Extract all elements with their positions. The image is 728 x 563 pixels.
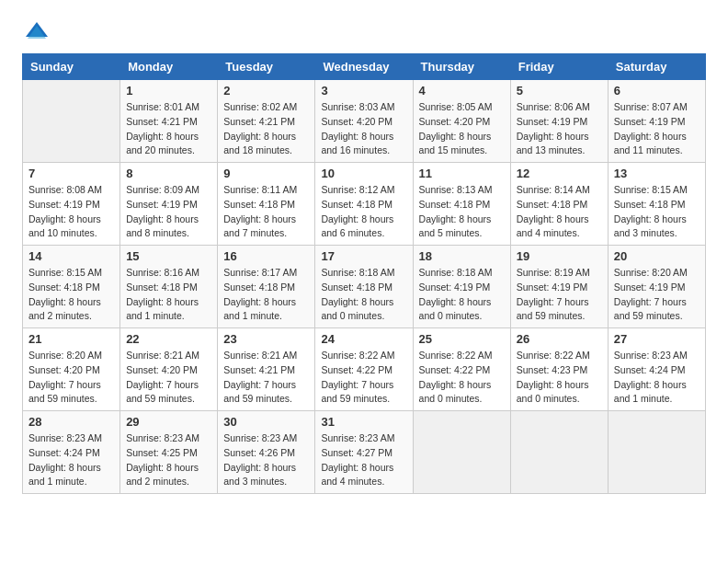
day-cell: 5Sunrise: 8:06 AMSunset: 4:19 PMDaylight… xyxy=(510,80,608,163)
day-cell: 23Sunrise: 8:21 AMSunset: 4:21 PMDayligh… xyxy=(218,328,315,411)
day-number: 6 xyxy=(614,84,700,98)
day-info: Sunrise: 8:09 AMSunset: 4:19 PMDaylight:… xyxy=(126,183,211,241)
day-number: 31 xyxy=(321,415,406,429)
col-header-friday: Friday xyxy=(510,54,608,80)
day-number: 29 xyxy=(126,415,211,429)
week-row-1: 1Sunrise: 8:01 AMSunset: 4:21 PMDaylight… xyxy=(23,80,706,163)
day-cell: 2Sunrise: 8:02 AMSunset: 4:21 PMDaylight… xyxy=(218,80,315,163)
day-info: Sunrise: 8:20 AMSunset: 4:20 PMDaylight:… xyxy=(28,349,114,407)
day-info: Sunrise: 8:12 AMSunset: 4:18 PMDaylight:… xyxy=(321,183,406,241)
day-number: 15 xyxy=(126,249,211,263)
day-info: Sunrise: 8:23 AMSunset: 4:25 PMDaylight:… xyxy=(126,431,211,489)
day-number: 1 xyxy=(126,84,211,98)
day-info: Sunrise: 8:22 AMSunset: 4:23 PMDaylight:… xyxy=(517,349,602,407)
day-cell: 19Sunrise: 8:19 AMSunset: 4:19 PMDayligh… xyxy=(510,246,608,328)
day-info: Sunrise: 8:18 AMSunset: 4:19 PMDaylight:… xyxy=(419,266,505,324)
day-number: 21 xyxy=(28,332,114,346)
calendar-body: 1Sunrise: 8:01 AMSunset: 4:21 PMDaylight… xyxy=(23,80,706,494)
calendar-header: SundayMondayTuesdayWednesdayThursdayFrid… xyxy=(23,54,706,80)
calendar-table: SundayMondayTuesdayWednesdayThursdayFrid… xyxy=(22,53,706,494)
day-info: Sunrise: 8:23 AMSunset: 4:24 PMDaylight:… xyxy=(28,431,114,489)
day-cell: 16Sunrise: 8:17 AMSunset: 4:18 PMDayligh… xyxy=(218,246,315,328)
day-cell: 20Sunrise: 8:20 AMSunset: 4:19 PMDayligh… xyxy=(608,246,705,328)
day-info: Sunrise: 8:15 AMSunset: 4:18 PMDaylight:… xyxy=(614,183,700,241)
day-info: Sunrise: 8:16 AMSunset: 4:18 PMDaylight:… xyxy=(126,266,211,324)
day-cell: 26Sunrise: 8:22 AMSunset: 4:23 PMDayligh… xyxy=(510,328,608,411)
day-info: Sunrise: 8:21 AMSunset: 4:21 PMDaylight:… xyxy=(223,349,309,407)
logo xyxy=(22,18,50,44)
day-info: Sunrise: 8:19 AMSunset: 4:19 PMDaylight:… xyxy=(517,266,602,324)
day-cell: 22Sunrise: 8:21 AMSunset: 4:20 PMDayligh… xyxy=(120,328,218,411)
day-info: Sunrise: 8:23 AMSunset: 4:24 PMDaylight:… xyxy=(614,349,700,407)
day-number: 19 xyxy=(517,249,602,263)
day-number: 25 xyxy=(419,332,505,346)
day-cell: 7Sunrise: 8:08 AMSunset: 4:19 PMDaylight… xyxy=(23,163,120,246)
day-cell: 1Sunrise: 8:01 AMSunset: 4:21 PMDaylight… xyxy=(120,80,218,163)
day-number: 20 xyxy=(614,249,700,263)
day-number: 14 xyxy=(28,249,114,263)
day-cell: 31Sunrise: 8:23 AMSunset: 4:27 PMDayligh… xyxy=(315,411,413,494)
day-number: 23 xyxy=(223,332,309,346)
day-info: Sunrise: 8:18 AMSunset: 4:18 PMDaylight:… xyxy=(321,266,406,324)
day-info: Sunrise: 8:22 AMSunset: 4:22 PMDaylight:… xyxy=(419,349,505,407)
day-cell: 25Sunrise: 8:22 AMSunset: 4:22 PMDayligh… xyxy=(413,328,510,411)
day-info: Sunrise: 8:07 AMSunset: 4:19 PMDaylight:… xyxy=(614,100,700,158)
day-cell: 8Sunrise: 8:09 AMSunset: 4:19 PMDaylight… xyxy=(120,163,218,246)
week-row-4: 21Sunrise: 8:20 AMSunset: 4:20 PMDayligh… xyxy=(23,328,706,411)
day-info: Sunrise: 8:08 AMSunset: 4:19 PMDaylight:… xyxy=(28,183,114,241)
day-cell: 27Sunrise: 8:23 AMSunset: 4:24 PMDayligh… xyxy=(608,328,705,411)
day-number: 30 xyxy=(223,415,309,429)
day-info: Sunrise: 8:21 AMSunset: 4:20 PMDaylight:… xyxy=(126,349,211,407)
day-info: Sunrise: 8:06 AMSunset: 4:19 PMDaylight:… xyxy=(517,100,602,158)
day-number: 27 xyxy=(614,332,700,346)
col-header-saturday: Saturday xyxy=(608,54,705,80)
day-number: 13 xyxy=(614,167,700,180)
page-header xyxy=(22,18,706,44)
day-number: 16 xyxy=(223,249,309,263)
day-info: Sunrise: 8:05 AMSunset: 4:20 PMDaylight:… xyxy=(419,100,505,158)
day-number: 11 xyxy=(419,167,505,180)
col-header-tuesday: Tuesday xyxy=(218,54,315,80)
day-number: 2 xyxy=(223,84,309,98)
day-number: 8 xyxy=(126,167,211,180)
day-number: 3 xyxy=(321,84,406,98)
day-number: 5 xyxy=(517,84,602,98)
day-number: 26 xyxy=(517,332,602,346)
day-info: Sunrise: 8:03 AMSunset: 4:20 PMDaylight:… xyxy=(321,100,406,158)
logo-icon xyxy=(24,18,50,44)
day-number: 28 xyxy=(28,415,114,429)
day-cell: 4Sunrise: 8:05 AMSunset: 4:20 PMDaylight… xyxy=(413,80,510,163)
day-info: Sunrise: 8:22 AMSunset: 4:22 PMDaylight:… xyxy=(321,349,406,407)
day-cell: 24Sunrise: 8:22 AMSunset: 4:22 PMDayligh… xyxy=(315,328,413,411)
day-cell: 14Sunrise: 8:15 AMSunset: 4:18 PMDayligh… xyxy=(23,246,120,328)
day-cell xyxy=(413,411,510,494)
day-info: Sunrise: 8:01 AMSunset: 4:21 PMDaylight:… xyxy=(126,100,211,158)
day-info: Sunrise: 8:14 AMSunset: 4:18 PMDaylight:… xyxy=(517,183,602,241)
day-cell xyxy=(23,80,120,163)
day-cell: 21Sunrise: 8:20 AMSunset: 4:20 PMDayligh… xyxy=(23,328,120,411)
day-number: 4 xyxy=(419,84,505,98)
col-header-monday: Monday xyxy=(120,54,218,80)
day-number: 10 xyxy=(321,167,406,180)
week-row-3: 14Sunrise: 8:15 AMSunset: 4:18 PMDayligh… xyxy=(23,246,706,328)
col-header-sunday: Sunday xyxy=(23,54,120,80)
day-number: 22 xyxy=(126,332,211,346)
day-info: Sunrise: 8:02 AMSunset: 4:21 PMDaylight:… xyxy=(223,100,309,158)
day-cell: 9Sunrise: 8:11 AMSunset: 4:18 PMDaylight… xyxy=(218,163,315,246)
day-info: Sunrise: 8:20 AMSunset: 4:19 PMDaylight:… xyxy=(614,266,700,324)
day-number: 7 xyxy=(28,167,114,180)
day-cell: 13Sunrise: 8:15 AMSunset: 4:18 PMDayligh… xyxy=(608,163,705,246)
week-row-5: 28Sunrise: 8:23 AMSunset: 4:24 PMDayligh… xyxy=(23,411,706,494)
day-cell: 18Sunrise: 8:18 AMSunset: 4:19 PMDayligh… xyxy=(413,246,510,328)
day-cell xyxy=(510,411,608,494)
day-cell: 11Sunrise: 8:13 AMSunset: 4:18 PMDayligh… xyxy=(413,163,510,246)
day-info: Sunrise: 8:13 AMSunset: 4:18 PMDaylight:… xyxy=(419,183,505,241)
day-info: Sunrise: 8:15 AMSunset: 4:18 PMDaylight:… xyxy=(28,266,114,324)
day-number: 12 xyxy=(517,167,602,180)
day-cell: 10Sunrise: 8:12 AMSunset: 4:18 PMDayligh… xyxy=(315,163,413,246)
day-number: 9 xyxy=(223,167,309,180)
day-cell: 12Sunrise: 8:14 AMSunset: 4:18 PMDayligh… xyxy=(510,163,608,246)
day-cell: 15Sunrise: 8:16 AMSunset: 4:18 PMDayligh… xyxy=(120,246,218,328)
day-number: 17 xyxy=(321,249,406,263)
week-row-2: 7Sunrise: 8:08 AMSunset: 4:19 PMDaylight… xyxy=(23,163,706,246)
